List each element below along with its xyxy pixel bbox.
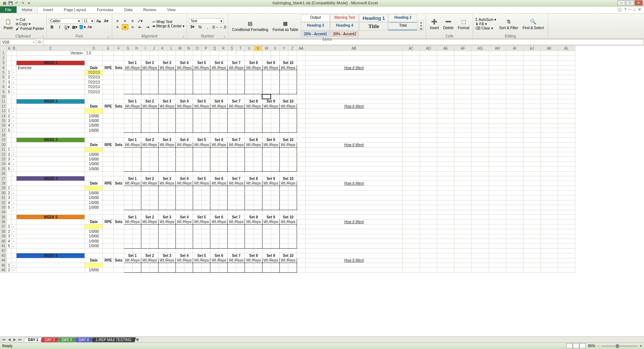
col-header[interactable]: AB [305,46,402,51]
col-header[interactable]: B [12,46,17,51]
ribbon-tab-home[interactable]: Home [17,6,38,13]
name-box[interactable]: V10▾ [0,39,36,45]
ribbon-tab-formulas[interactable]: Formulas [91,6,119,13]
fill-color-button[interactable]: 🪣▾ [79,24,86,30]
sheet-tab-day1[interactable]: DAY 1 [24,337,43,342]
autosum-button[interactable]: ΣAutoSum▾ [475,18,496,22]
col-header[interactable]: A [7,46,12,51]
font-color-button[interactable]: A▾ [87,24,93,30]
doc-min-icon[interactable]: ─ [629,7,631,13]
file-tab[interactable]: File [0,6,17,13]
col-header[interactable]: Y [279,46,288,51]
col-header[interactable]: I [141,46,150,51]
col-header[interactable]: N [184,46,193,51]
currency-icon[interactable]: $▾ [189,24,196,30]
row-header[interactable]: 35 [0,215,7,219]
row-header[interactable]: 25 [0,167,7,171]
styles-scroll[interactable]: ▴▾⊟ [419,21,424,31]
col-header[interactable]: X [271,46,279,51]
styles-gallery[interactable]: Output Warning Text Heading 1 Heading 2 … [301,14,417,37]
col-header[interactable]: Q [210,46,219,51]
qa-more-icon[interactable]: ▾ [26,0,32,6]
row-header[interactable]: 11 [0,99,7,104]
row-header[interactable]: 7 [0,80,7,85]
row-header[interactable]: 41 [0,244,7,248]
col-header[interactable]: L [167,46,175,51]
tab-last-icon[interactable]: ⏭ [18,337,23,341]
row-header[interactable]: 33 [0,205,7,210]
worksheet-grid[interactable]: ABCDEFGHIJKLMNOPQRSTUVWXYZAAABACADAEAFAG… [0,46,644,336]
col-header[interactable]: P [202,46,210,51]
dec-decimal-icon[interactable]: ←.0 [219,24,226,30]
col-header[interactable]: F [114,46,124,51]
tab-next-icon[interactable]: ▶ [12,337,17,341]
indent-dec-icon[interactable]: ⇤ [137,24,143,30]
sheet-tab-day4[interactable]: DAY 4 [74,337,93,342]
minimize-button[interactable]: ─ [617,0,625,5]
row-header[interactable]: 18 [0,133,7,137]
row-header[interactable]: 45 [0,263,7,267]
style-accent2[interactable]: 20% - Accent2 [330,31,359,37]
ribbon-tab-data[interactable]: Data [119,6,138,13]
format-painter-button[interactable]: 🖌Format Painter [16,27,44,31]
sheet-tab-day3[interactable]: DAY 3 [58,337,77,342]
merge-center-button[interactable]: ⬌Merge & Center▾ [152,24,185,28]
row-header[interactable]: 14 [0,113,7,118]
comma-icon[interactable]: , [204,24,211,30]
row-header[interactable]: 40 [0,239,7,243]
tab-prev-icon[interactable]: ◀ [7,337,12,341]
wrap-text-button[interactable]: ↩Wrap Text [152,20,185,24]
col-header[interactable]: T [236,46,245,51]
select-all-corner[interactable] [0,46,7,51]
save-icon[interactable]: 💾 [8,0,13,6]
alignment-launcher-icon[interactable]: ↘ [182,35,184,38]
zoom-in-icon[interactable]: + [640,344,642,348]
col-header[interactable]: AJ [523,46,540,51]
align-bot-icon[interactable]: ≡ [129,18,136,24]
row-header[interactable]: 21 [0,147,7,152]
delete-cells-button[interactable]: ➖Delete [442,17,455,31]
row-header[interactable]: 1 [0,51,7,55]
style-output[interactable]: Output [301,14,330,22]
conditional-formatting-button[interactable]: ▤Conditional Formatting [230,19,270,32]
col-header[interactable]: V [254,46,262,51]
font-launcher-icon[interactable]: ↘ [107,35,110,38]
indent-inc-icon[interactable]: ⇥ [145,24,151,30]
find-select-button[interactable]: 🔍Find & Select [521,17,545,31]
align-right-icon[interactable]: ≡ [129,24,136,30]
zoom-out-icon[interactable]: − [597,344,599,348]
align-mid-icon[interactable]: ≡ [122,18,128,24]
orientation-icon[interactable]: ⤢▾ [137,18,143,24]
close-button[interactable]: ✕ [635,0,643,5]
ribbon-tab-view[interactable]: View [162,6,181,13]
col-header[interactable]: C [17,46,85,51]
row-header[interactable]: 29 [0,186,7,190]
row-header[interactable]: 10 [0,94,7,99]
col-header[interactable]: D [85,46,103,51]
ribbon-tab-page-layout[interactable]: Page Layout [59,6,92,13]
col-header[interactable]: K [158,46,167,51]
inc-decimal-icon[interactable]: .0→ [212,24,218,30]
font-size-select[interactable]: 11▾ [82,18,95,24]
row-header[interactable]: 13 [0,109,7,113]
align-left-icon[interactable]: ≡ [114,24,121,30]
redo-icon[interactable]: ↷ [20,0,26,6]
copy-button[interactable]: ⧉Copy▾ [16,22,44,26]
row-header[interactable]: 9 [0,89,7,94]
row-header[interactable]: 30 [0,191,7,195]
col-header[interactable]: AL [558,46,575,51]
new-sheet-icon[interactable]: ⊕ [136,337,139,341]
sheet-tab-1rm[interactable]: 1-REP MAX TESTING [91,337,136,342]
maximize-button[interactable]: □ [626,0,634,5]
align-top-icon[interactable]: ≡ [114,18,121,24]
row-header[interactable]: 42 [0,248,7,253]
fill-button[interactable]: ⬇Fill▾ [475,22,496,26]
col-header[interactable]: H [132,46,141,51]
row-header[interactable]: 6 [0,75,7,80]
row-header[interactable]: 32 [0,200,7,205]
row-header[interactable]: 24 [0,162,7,166]
row-header[interactable]: 27 [0,176,7,181]
row-header[interactable]: 28 [0,181,7,186]
col-header[interactable]: U [245,46,254,51]
row-header[interactable]: 8 [0,85,7,89]
